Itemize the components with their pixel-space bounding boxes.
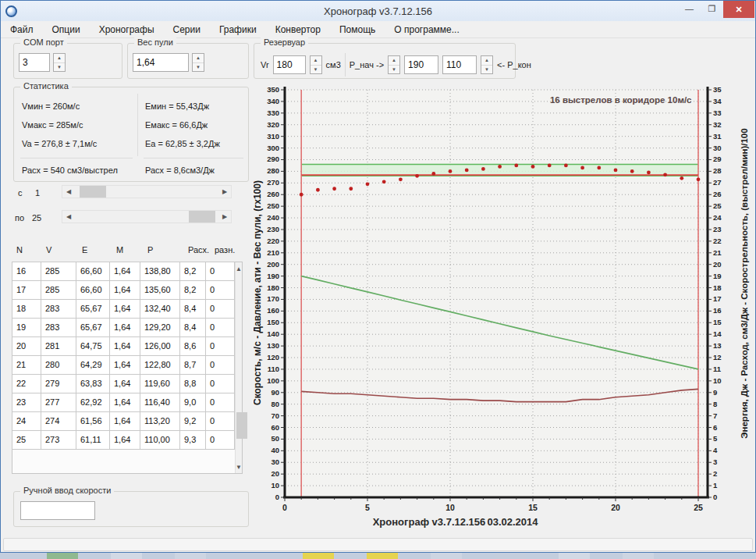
manual-input-group: Ручной ввод скорости [13, 491, 249, 527]
p-start-input[interactable] [404, 55, 438, 74]
table-cell: 8,4 [179, 299, 206, 319]
table-cell: 283 [41, 299, 76, 319]
range-from-thumb[interactable] [80, 186, 106, 198]
com-port-group: COM порт ▲▼ [13, 43, 122, 79]
svg-text:21: 21 [713, 248, 722, 257]
taskbar-icon[interactable] [495, 553, 526, 559]
svg-text:10: 10 [713, 376, 722, 385]
svg-text:290: 290 [267, 155, 279, 163]
com-port-stepper[interactable]: ▲▼ [53, 53, 66, 72]
statistics-group: Статистика Vмин = 260м/с Vмакс = 285м/с … [13, 87, 249, 182]
table-row[interactable]: 2527361,111,64110,009,30 [12, 431, 235, 450]
stats-divider-left [20, 158, 133, 158]
table-cell: 138,80 [140, 262, 180, 281]
table-cell: 61,11 [76, 430, 110, 450]
menu-item-8[interactable]: О программе... [394, 24, 459, 35]
table-row[interactable]: 2227963,831,64119,608,80 [12, 375, 235, 393]
svg-text:9: 9 [713, 388, 717, 397]
close-button[interactable]: ✕ [723, 1, 754, 18]
table-cell: 281 [41, 336, 76, 356]
menu-item-1[interactable]: Файл [10, 24, 34, 35]
menu-item-4[interactable]: Серии [173, 24, 201, 35]
table-scroll-thumb[interactable] [236, 412, 247, 439]
maximize-button[interactable]: ❐ [701, 1, 723, 16]
taskbar-icon[interactable] [175, 553, 206, 559]
bullet-weight-stepper[interactable]: ▲▼ [192, 53, 204, 72]
table-row[interactable]: 1828365,671,64132,408,40 [12, 300, 235, 319]
scroll-up-icon[interactable]: ▲ [236, 262, 242, 275]
menu-item-2[interactable]: Опции [52, 24, 80, 35]
table-cell: 132,40 [140, 299, 180, 319]
svg-text:40: 40 [271, 446, 279, 454]
table-cell: 63,83 [76, 374, 110, 393]
svg-text:170: 170 [267, 294, 279, 303]
scroll-left-icon[interactable]: ◀ [62, 211, 75, 223]
p-end-stepper[interactable]: ▲▼ [481, 55, 493, 74]
vr-input[interactable] [273, 55, 306, 74]
chart-annotation: 16 выстрелов в коридоре 10м/с [550, 95, 692, 105]
menu-item-6[interactable]: Конвертор [275, 24, 321, 35]
table-row[interactable]: 2128064,291,64122,808,70 [12, 356, 235, 375]
manual-velocity-input[interactable] [20, 501, 95, 520]
p-start-stepper[interactable]: ▲▼ [388, 55, 400, 74]
range-to-thumb[interactable] [189, 211, 215, 223]
svg-text:140: 140 [267, 329, 279, 338]
menu-item-7[interactable]: Помощь [339, 24, 375, 35]
svg-text:34: 34 [713, 97, 722, 105]
svg-text:26: 26 [713, 190, 722, 198]
scroll-right-icon[interactable]: ▶ [218, 186, 231, 198]
table-row[interactable]: 1628566,601,64138,808,20 [12, 262, 235, 281]
table-scrollbar[interactable]: ▲ ▼ [235, 262, 242, 473]
svg-text:12: 12 [713, 353, 722, 361]
svg-text:5: 5 [365, 503, 370, 512]
table-cell: 285 [41, 262, 76, 281]
svg-text:110: 110 [268, 365, 279, 373]
table-cell: 62,92 [76, 393, 110, 412]
svg-text:32: 32 [713, 120, 722, 129]
com-port-input[interactable] [19, 53, 50, 72]
scroll-left-icon[interactable]: ◀ [62, 186, 75, 198]
p-end-input[interactable] [442, 55, 477, 74]
svg-text:17: 17 [713, 294, 722, 303]
shots-table[interactable]: 1628566,601,64138,808,201728566,601,6413… [12, 262, 243, 474]
taskbar-icon[interactable] [111, 553, 142, 559]
taskbar-icon[interactable] [431, 553, 462, 559]
scroll-right-icon[interactable]: ▶ [218, 211, 231, 223]
table-cell: 8,4 [179, 318, 206, 337]
minimize-button[interactable]: — [678, 1, 701, 16]
menu-item-5[interactable]: Графики [219, 24, 257, 35]
taskbar-icon[interactable] [367, 553, 398, 559]
table-cell: 65,67 [76, 318, 110, 337]
taskbar-icon[interactable] [303, 553, 334, 559]
table-row[interactable]: 2028164,751,64126,008,60 [12, 337, 235, 356]
taskbar-icon[interactable] [47, 553, 78, 559]
taskbar-icon[interactable] [623, 553, 654, 559]
vr-unit-label: см3 [326, 60, 341, 69]
vr-stepper[interactable]: ▲▼ [310, 55, 322, 74]
bullet-weight-input[interactable] [133, 53, 189, 72]
range-to-scrollbar[interactable]: ◀ ▶ [62, 210, 232, 223]
taskbar-sliver [0, 553, 756, 559]
table-row[interactable]: 1928365,671,64129,208,40 [12, 319, 235, 337]
scroll-down-icon[interactable]: ▼ [236, 461, 242, 473]
svg-text:6: 6 [713, 423, 717, 432]
svg-text:30: 30 [713, 144, 722, 152]
table-row[interactable]: 2427461,561,64113,209,20 [12, 412, 235, 431]
taskbar-icon[interactable] [559, 553, 590, 559]
svg-text:90: 90 [271, 388, 279, 397]
range-from-scrollbar[interactable]: ◀ ▶ [62, 185, 232, 198]
svg-text:60: 60 [271, 423, 279, 432]
svg-text:22: 22 [713, 237, 722, 245]
stats-vertical-divider [137, 94, 138, 156]
chart-caption-date: 03.02.2014 [487, 516, 538, 528]
table-cell: 9,2 [179, 411, 206, 431]
table-row[interactable]: 2327762,921,64116,409,00 [12, 393, 235, 412]
stat-ea: Еа = 62,85 ± 3,2Дж [145, 139, 220, 148]
svg-text:340: 340 [267, 97, 279, 105]
taskbar-icon[interactable] [239, 553, 270, 559]
svg-text:28: 28 [713, 166, 722, 175]
table-cell: 0 [205, 336, 235, 356]
svg-text:150: 150 [267, 318, 279, 326]
menu-item-3[interactable]: Хронографы [99, 24, 154, 35]
table-row[interactable]: 1728566,601,64135,608,20 [12, 281, 235, 300]
